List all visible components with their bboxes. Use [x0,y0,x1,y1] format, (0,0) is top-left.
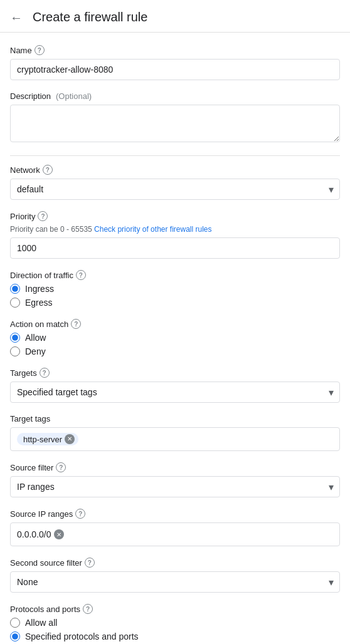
back-button[interactable]: ← [10,11,23,24]
priority-help-icon[interactable]: ? [38,211,48,221]
priority-field-group: Priority ? Priority can be 0 - 65535 Che… [10,211,340,259]
network-field-group: Network ? default ▾ [10,165,340,200]
action-deny-option[interactable]: Deny [10,346,340,356]
action-allow-radio[interactable] [10,333,20,343]
direction-radio-group: Ingress Egress [10,284,340,308]
description-optional: (Optional) [56,91,92,101]
source-ip-input[interactable]: 0.0.0.0/0 ✕ [10,522,340,546]
source-ip-help-icon[interactable]: ? [75,509,85,519]
protocols-specified-label: Specified protocols and ports [25,631,139,641]
page-header: ← Create a firewall rule [0,0,350,33]
target-tags-label: Target tags [10,414,340,423]
description-field-group: Description (Optional) [10,91,340,144]
source-ip-label: Source IP ranges ? [10,509,340,519]
source-filter-label: Source filter ? [10,462,340,472]
tag-chip-label: http-server [23,435,62,444]
name-field-group: Name ? [10,45,340,80]
page-title: Create a firewall rule [33,10,147,24]
action-allow-option[interactable]: Allow [10,333,340,343]
protocols-help-icon[interactable]: ? [83,604,93,614]
direction-ingress-radio[interactable] [10,284,20,294]
ip-chip-0000: 0.0.0.0/0 ✕ [17,529,64,539]
direction-help-icon[interactable]: ? [76,270,86,280]
protocols-allow-all-radio[interactable] [10,618,20,628]
second-source-help-icon[interactable]: ? [85,558,95,568]
direction-field-group: Direction of traffic ? Ingress Egress [10,270,340,308]
protocols-allow-all-option[interactable]: Allow all [10,618,340,628]
source-filter-select-wrapper: IP ranges Source tags None ▾ [10,476,340,497]
source-ip-field-group: Source IP ranges ? 0.0.0.0/0 ✕ [10,509,340,546]
action-deny-label: Deny [25,346,46,356]
ip-chip-close[interactable]: ✕ [54,529,64,539]
second-source-field-group: Second source filter ? None Source tags … [10,558,340,593]
source-filter-select[interactable]: IP ranges Source tags None [10,476,340,497]
targets-select-wrapper: Specified target tags All instances in t… [10,382,340,403]
name-input[interactable] [10,59,340,80]
targets-field-group: Targets ? Specified target tags All inst… [10,368,340,403]
priority-label: Priority ? [10,211,340,221]
tag-chip-http-server: http-server ✕ [17,433,78,445]
direction-egress-option[interactable]: Egress [10,298,340,308]
targets-label: Targets ? [10,368,340,378]
second-source-select[interactable]: None Source tags Service account [10,571,340,593]
target-tags-field-group: Target tags http-server ✕ [10,414,340,451]
direction-ingress-option[interactable]: Ingress [10,284,340,294]
ip-chip-label: 0.0.0.0/0 [17,529,51,539]
targets-help-icon[interactable]: ? [40,368,50,378]
direction-label: Direction of traffic ? [10,270,340,280]
source-filter-field-group: Source filter ? IP ranges Source tags No… [10,462,340,497]
second-source-select-wrapper: None Source tags Service account ▾ [10,571,340,593]
target-tags-input[interactable]: http-server ✕ [10,427,340,451]
action-label: Action on match ? [10,319,340,329]
protocols-specified-option[interactable]: Specified protocols and ports [10,631,340,641]
network-select[interactable]: default [10,179,340,200]
description-label: Description (Optional) [10,91,340,101]
priority-hint: Priority can be 0 - 65535 Check priority… [10,225,340,234]
priority-link[interactable]: Check priority of other firewall rules [94,225,211,234]
form-container: Name ? Description (Optional) Network ? … [0,33,350,644]
action-radio-group: Allow Deny [10,333,340,356]
name-label: Name ? [10,45,340,55]
protocols-field-group: Protocols and ports ? Allow all Specifie… [10,604,340,644]
targets-select[interactable]: Specified target tags All instances in t… [10,382,340,403]
action-allow-label: Allow [25,333,46,343]
second-source-label: Second source filter ? [10,558,340,568]
protocols-specified-radio[interactable] [10,631,20,641]
direction-egress-radio[interactable] [10,298,20,308]
network-select-wrapper: default ▾ [10,179,340,200]
action-help-icon[interactable]: ? [71,319,81,329]
action-field-group: Action on match ? Allow Deny [10,319,340,356]
direction-egress-label: Egress [25,298,53,308]
protocols-allow-all-label: Allow all [25,618,57,628]
protocols-label: Protocols and ports ? [10,604,340,614]
tag-chip-close[interactable]: ✕ [65,434,75,444]
priority-input[interactable] [10,237,340,259]
network-help-icon[interactable]: ? [43,165,53,175]
direction-ingress-label: Ingress [25,284,54,294]
description-input[interactable] [10,105,340,142]
protocols-radio-group: Allow all Specified protocols and ports [10,618,340,641]
source-filter-help-icon[interactable]: ? [56,462,66,472]
name-help-icon[interactable]: ? [34,45,45,55]
action-deny-radio[interactable] [10,346,20,356]
network-label: Network ? [10,165,340,175]
